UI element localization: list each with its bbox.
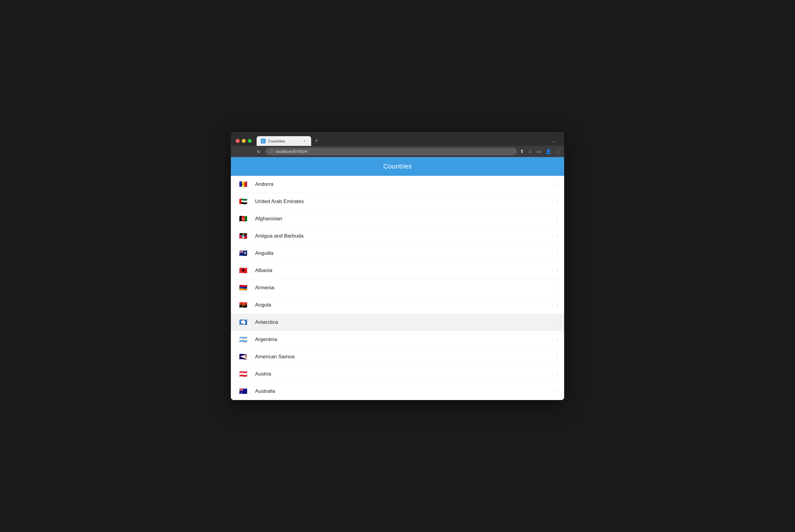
tab-chevron-icon[interactable]: ⌄ (548, 136, 559, 146)
share-icon[interactable]: ⬆ (520, 149, 524, 154)
country-flag: 🇦🇷 (237, 335, 249, 344)
country-list-item[interactable]: 🇦🇲 Armenia › (231, 279, 564, 297)
tab-close-button[interactable]: × (302, 139, 307, 144)
country-flag: 🇦🇴 (237, 301, 249, 309)
page-title: Countries (236, 163, 559, 170)
country-flag: 🇦🇹 (237, 370, 249, 378)
country-list-item[interactable]: 🇦🇬 Antigua and Barbuda › (231, 228, 564, 245)
chevron-right-icon: › (557, 233, 558, 239)
chevron-right-icon: › (557, 285, 558, 290)
country-name: Angola (255, 302, 557, 308)
country-flag: 🇦🇪 (237, 197, 249, 206)
country-list-item[interactable]: 🇦🇸 American Samoa › (231, 348, 564, 365)
back-button[interactable]: ← (235, 148, 242, 155)
profile-icon[interactable]: 👤 (545, 149, 552, 154)
active-tab[interactable]: C Countries × (257, 136, 311, 146)
tab-title: Countries (268, 139, 300, 144)
country-list-item[interactable]: 🇦🇫 Afghanistan › (231, 210, 564, 228)
country-flag: 🇦🇸 (237, 353, 249, 361)
tab-bar: C Countries × + ⌄ (257, 136, 559, 146)
country-name: Albania (255, 267, 557, 273)
chevron-right-icon: › (557, 182, 558, 187)
country-list-item[interactable]: 🇦🇺 Australia › (231, 383, 564, 400)
country-flag: 🇦🇱 (237, 266, 249, 275)
country-flag: 🇦🇬 (237, 232, 249, 240)
chevron-right-icon: › (557, 268, 558, 273)
browser-chrome: C Countries × + ⌄ ← → ↻ ⓘ localhost:6078… (231, 132, 564, 157)
url-field[interactable]: ⓘ localhost:60782/#/ (266, 148, 517, 155)
tab-favicon-icon: C (261, 139, 266, 144)
chevron-right-icon: › (557, 371, 558, 377)
country-name: United Arab Emirates (255, 198, 557, 205)
menu-icon[interactable]: ⋮ (556, 149, 560, 154)
country-name: Armenia (255, 285, 557, 291)
country-flag: 🇦🇺 (237, 387, 249, 396)
toolbar-right: ⬆ ☆ ▭ 👤 ⋮ (520, 149, 560, 154)
chevron-right-icon: › (557, 251, 558, 256)
country-name: Australia (255, 388, 557, 394)
country-list-item[interactable]: 🇦🇷 Argentina › (231, 331, 564, 348)
country-list-item[interactable]: 🇦🇱 Albania › (231, 262, 564, 279)
maximize-button[interactable] (248, 139, 252, 143)
forward-button[interactable]: → (245, 148, 252, 155)
chevron-right-icon: › (557, 337, 558, 342)
country-name: Antarctica (255, 319, 557, 325)
country-list-item[interactable]: 🇦🇪 United Arab Emirates › (231, 193, 564, 210)
page-header: Countries (231, 157, 564, 176)
country-list-item[interactable]: 🇦🇮 Anguilla › (231, 245, 564, 262)
country-name: American Samoa (255, 354, 557, 360)
chevron-right-icon: › (557, 302, 558, 308)
country-flag: 🇦🇲 (237, 284, 249, 292)
title-bar: C Countries × + ⌄ (231, 132, 564, 146)
country-flag: 🇦🇩 (237, 180, 249, 189)
country-name: Andorra (255, 181, 557, 187)
country-list-item[interactable]: 🇦🇴 Angola › (231, 297, 564, 314)
country-name: Anguilla (255, 250, 557, 256)
sidebar-icon[interactable]: ▭ (537, 149, 541, 154)
country-list-item[interactable]: 🇦🇩 Andorra › (231, 176, 564, 193)
svg-text:C: C (262, 139, 264, 143)
minimize-button[interactable] (242, 139, 246, 143)
country-list-item[interactable]: 🇦🇶 Antarctica › (231, 314, 564, 331)
bookmark-icon[interactable]: ☆ (528, 149, 532, 154)
country-flag: 🇦🇶 (237, 318, 249, 326)
country-name: Argentina (255, 337, 557, 343)
address-bar: ← → ↻ ⓘ localhost:60782/#/ ⬆ ☆ ▭ 👤 ⋮ (231, 146, 564, 157)
country-flag: 🇦🇫 (237, 214, 249, 223)
page-content: Countries 🇦🇩 Andorra › 🇦🇪 United Arab Em… (231, 157, 564, 400)
close-button[interactable] (236, 139, 240, 143)
country-list: 🇦🇩 Andorra › 🇦🇪 United Arab Emirates › 🇦… (231, 176, 564, 400)
chevron-right-icon: › (557, 216, 558, 222)
country-name: Antigua and Barbuda (255, 233, 557, 239)
new-tab-button[interactable]: + (311, 136, 322, 146)
reload-button[interactable]: ↻ (255, 148, 263, 155)
chevron-right-icon: › (557, 388, 558, 394)
country-list-item[interactable]: 🇦🇹 Austria › (231, 365, 564, 383)
lock-icon: ⓘ (270, 149, 273, 154)
chevron-right-icon: › (557, 320, 558, 325)
browser-window: C Countries × + ⌄ ← → ↻ ⓘ localhost:6078… (231, 132, 564, 400)
chevron-right-icon: › (557, 354, 558, 360)
country-name: Austria (255, 371, 557, 377)
url-text: localhost:60782/#/ (276, 149, 308, 154)
chevron-right-icon: › (557, 199, 558, 204)
traffic-lights (236, 139, 252, 143)
country-name: Afghanistan (255, 216, 557, 222)
country-flag: 🇦🇮 (237, 249, 249, 258)
